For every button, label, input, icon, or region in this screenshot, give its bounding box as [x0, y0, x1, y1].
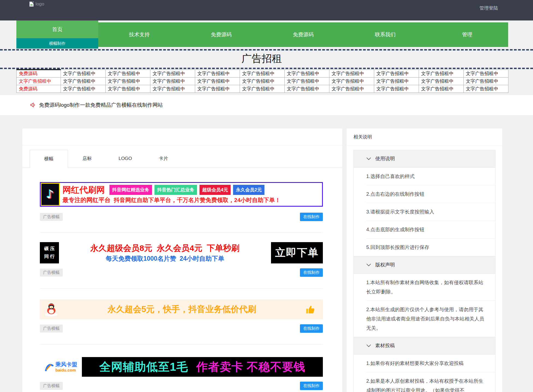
ad-slot[interactable]: 文字广告招租中: [285, 70, 329, 77]
chevron-down-icon: [366, 157, 371, 160]
banner1-subtitle: 最专注的网红平台: [62, 196, 111, 204]
ad-slot[interactable]: 文字广告招租中: [195, 77, 240, 85]
ad-slot[interactable]: 文字广告招租中: [419, 85, 464, 93]
ad-slot[interactable]: 文字广告招租中: [240, 77, 285, 85]
ad-slot[interactable]: 文字广告招租中: [150, 70, 195, 77]
ad-slot[interactable]: 文字广告招租中: [150, 85, 195, 93]
badge-douyin-hot: 抖音热门汇总业务: [154, 185, 197, 195]
banner4-brand: 乘风卡盟: [55, 361, 77, 368]
badge-douyin-featured: 抖音网红精选业务: [109, 185, 152, 195]
banner4-meta: 广告横幅 在线制作: [40, 382, 323, 390]
ad-slot[interactable]: 文字广告招租中: [106, 70, 150, 77]
accordion-item: 1.选择自己喜欢的样式: [366, 168, 495, 185]
topbar: logo 管理登陆: [0, 0, 533, 20]
ad-table-row: 免费源码文字广告招租中文字广告招租中文字广告招租中文字广告招租中文字广告招租中文…: [17, 85, 508, 93]
tab-bar: 横幅 店标 LOGO 卡片: [22, 150, 342, 168]
tab-body: ♪ 网红代刷网 抖音网红精选业务 抖音热门汇总业务 超级会员4元 永久会员2元 …: [22, 182, 342, 390]
item-type-label: 广告横幅: [40, 213, 63, 221]
ad-slot[interactable]: 免费源码: [17, 70, 61, 77]
banner-sample-2[interactable]: 碾 压 同 行 永久超级会员8元 永久会员4元 下单秒刷 每天免费领取1000名…: [40, 242, 323, 263]
item-type-label: 广告横幅: [40, 382, 63, 390]
ad-slot[interactable]: 文字广告招租中: [464, 85, 508, 93]
speaker-icon: [30, 102, 36, 108]
ad-slot[interactable]: 文字广告招租中: [374, 70, 419, 77]
penguin-mascot-icon: [44, 302, 59, 316]
accordion-item: 2.本站所生成的图片仅供个人参考与使用，请勿用于其他非法用途或者商业用途否则后果…: [366, 301, 495, 337]
ad-slot[interactable]: 文字广告招租中: [329, 85, 374, 93]
ad-slot[interactable]: 文字广告招租中: [329, 70, 374, 77]
card-top-spacer: [22, 129, 342, 145]
ad-slot[interactable]: 免费源码: [17, 85, 61, 93]
tiktok-logo-box: ♪: [41, 183, 60, 206]
notice-text: 免费源码logo制作一款免费精品广告横幅在线制作网站: [39, 102, 163, 109]
sidebar-title: 相关说明: [347, 129, 502, 146]
accordion-item: 5.回到顶部长按图片进行保存: [366, 239, 495, 256]
item-type-label: 广告横幅: [40, 269, 63, 277]
accordion-body-submission: 1.如果你有好的素材想要和大家分享欢迎投稿2.如果是本人原创素材投稿，本站有权授…: [354, 355, 495, 392]
ad-table-row: 文字广告招租中文字广告招租中文字广告招租中文字广告招租中文字广告招租中文字广告招…: [17, 77, 508, 85]
tab-logo[interactable]: LOGO: [106, 150, 144, 168]
nav-item-free-source-1[interactable]: 免费源码: [180, 22, 262, 47]
nav-item-free-source-2[interactable]: 免费源码: [262, 22, 344, 47]
chevron-down-icon: [366, 344, 371, 347]
accordion-body-usage: 1.选择自己喜欢的样式2.点击右边的在线制作按钮3.请根据提示文字长度按照输入4…: [354, 168, 495, 256]
admin-login-link[interactable]: 管理登陆: [480, 5, 498, 11]
ad-slot[interactable]: 文字广告招租中: [374, 85, 419, 93]
ad-slot[interactable]: 文字广告招租中: [195, 85, 240, 93]
broken-image-icon: [29, 1, 35, 7]
site-logo[interactable]: logo: [29, 1, 44, 7]
nav-dropdown-banner-make[interactable]: 横幅制作: [16, 38, 98, 49]
ad-slot[interactable]: 文字广告招租中: [419, 70, 464, 77]
accordion-section-usage[interactable]: 使用说明: [354, 150, 495, 168]
accordion-section-submission[interactable]: 素材投稿: [354, 337, 495, 355]
logo-alt-text: logo: [35, 1, 44, 7]
tab-banner[interactable]: 横幅: [30, 150, 68, 168]
ad-slot[interactable]: 文字广告招租中: [106, 77, 150, 85]
banner4-magenta-text: 作者卖卡 不稳不要钱: [196, 359, 305, 375]
ad-slot[interactable]: 文字广告招租中: [285, 85, 329, 93]
ad-slot[interactable]: 文字广告招租中: [106, 85, 150, 93]
banner2-meta: 广告横幅 在线制作: [40, 268, 323, 277]
ad-slot[interactable]: 文字广告招租中: [464, 77, 508, 85]
accordion-item: 3.请根据提示文字长度按照输入: [366, 203, 495, 221]
ad-slot[interactable]: 文字广告招租中: [419, 77, 464, 85]
banner-sample-1[interactable]: ♪ 网红代刷网 抖音网红精选业务 抖音热门汇总业务 超级会员4元 永久会员2元 …: [40, 182, 323, 207]
online-make-button[interactable]: 在线制作: [300, 382, 323, 390]
accordion-header-label: 使用说明: [375, 155, 395, 162]
banner2-order-box: 立即下单: [271, 242, 323, 263]
banner1-tagline: 抖音网红自助下单平台，千万名片赞免费领取，24小时自助下单！: [114, 196, 281, 204]
ad-slot[interactable]: 文字广告招租中: [374, 77, 419, 85]
ad-slot[interactable]: 文字广告招租中: [61, 70, 106, 77]
ad-slot[interactable]: 文字广告招租中: [61, 77, 106, 85]
ad-slot[interactable]: 文字广告招租中: [17, 77, 61, 85]
main-nav: 技术支持 免费源码 免费源码 联系我们 管理 首页 横幅制作: [16, 22, 508, 47]
online-make-button[interactable]: 在线制作: [300, 324, 323, 333]
ad-slot[interactable]: 文字广告招租中: [285, 77, 329, 85]
ad-slot[interactable]: 文字广告招租中: [195, 70, 240, 77]
banner2-left-line2: 同 行: [44, 253, 55, 261]
banner-sample-4[interactable]: 乘风卡盟 baidu.com 全网辅助低至1毛 作者卖卡 不稳不要钱: [40, 357, 323, 377]
nav-item-tech-support[interactable]: 技术支持: [98, 22, 180, 47]
banner4-cyan-text: 全网辅助低至1毛: [99, 359, 188, 375]
ad-slot[interactable]: 文字广告招租中: [240, 85, 285, 93]
accordion-section-copyright[interactable]: 版权声明: [354, 256, 495, 274]
nav-item-home[interactable]: 首页: [16, 20, 98, 38]
badge-forever-member: 永久会员2元: [233, 185, 264, 195]
nav-item-contact[interactable]: 联系我们: [344, 22, 426, 47]
separator: [40, 288, 323, 289]
online-make-button[interactable]: 在线制作: [300, 213, 323, 221]
ad-slot[interactable]: 文字广告招租中: [464, 70, 508, 77]
ad-slot[interactable]: 文字广告招租中: [240, 70, 285, 77]
ad-slot[interactable]: 文字广告招租中: [150, 77, 195, 85]
item-type-label: 广告横幅: [40, 325, 63, 332]
tab-card[interactable]: 卡片: [144, 150, 183, 168]
banner3-text: 永久超会5元，快手，抖音业务低价代刷: [59, 304, 305, 315]
ad-slots-table: 免费源码文字广告招租中文字广告招租中文字广告招租中文字广告招租中文字广告招租中文…: [16, 69, 508, 93]
online-make-button[interactable]: 在线制作: [300, 268, 323, 277]
tab-shop-mark[interactable]: 店标: [68, 150, 106, 168]
nav-item-admin[interactable]: 管理: [426, 22, 508, 47]
separator: [40, 232, 323, 233]
banner-sample-3[interactable]: 永久超会5元，快手，抖音业务低价代刷: [40, 299, 323, 319]
ad-slot[interactable]: 文字广告招租中: [61, 85, 106, 93]
ad-slot[interactable]: 文字广告招租中: [329, 77, 374, 85]
